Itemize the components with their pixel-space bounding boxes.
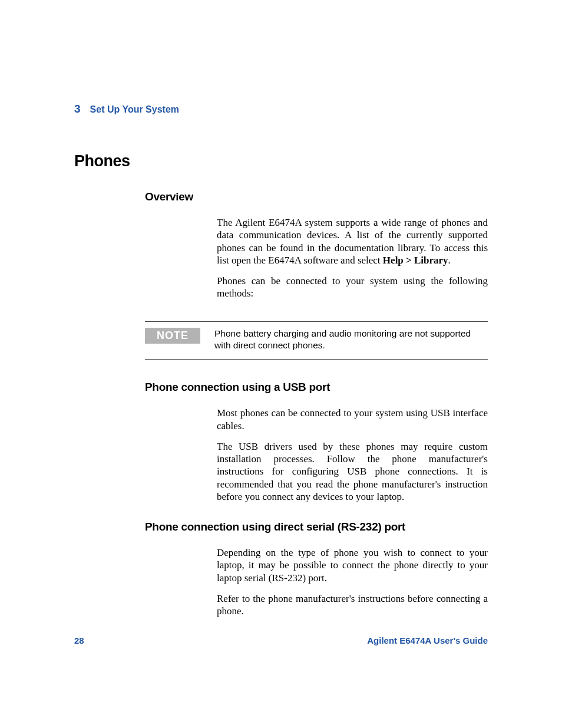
guide-title: Agilent E6474A User's Guide bbox=[367, 635, 488, 645]
heading-usb: Phone connection using a USB port bbox=[145, 381, 488, 394]
usb-paragraph-2: The USB drivers used by these phones may… bbox=[217, 440, 488, 503]
chapter-title: Set Up Your System bbox=[90, 104, 179, 115]
page-number: 28 bbox=[74, 635, 84, 645]
overview-paragraph-2: Phones can be connected to your system u… bbox=[217, 275, 488, 300]
text: . bbox=[448, 255, 451, 266]
page-footer: 28 Agilent E6474A User's Guide bbox=[74, 635, 488, 645]
menu-path: Help > Library bbox=[383, 255, 448, 266]
section-title: Phones bbox=[74, 152, 488, 170]
chapter-number: 3 bbox=[74, 103, 81, 116]
note-text: Phone battery charging and audio monitor… bbox=[214, 328, 488, 353]
serial-paragraph-2: Refer to the phone manufacturer's instru… bbox=[217, 592, 488, 618]
heading-overview: Overview bbox=[145, 190, 488, 203]
usb-paragraph-1: Most phones can be connected to your sys… bbox=[217, 407, 488, 432]
note-block: NOTE Phone battery charging and audio mo… bbox=[145, 321, 488, 360]
serial-paragraph-1: Depending on the type of phone you wish … bbox=[217, 546, 488, 584]
overview-paragraph-1: The Agilent E6474A system supports a wid… bbox=[217, 216, 488, 266]
page: 3 Set Up Your System Phones Overview The… bbox=[0, 0, 562, 728]
heading-serial: Phone connection using direct serial (RS… bbox=[145, 521, 488, 533]
running-header: 3 Set Up Your System bbox=[74, 103, 488, 116]
note-label: NOTE bbox=[145, 328, 200, 344]
